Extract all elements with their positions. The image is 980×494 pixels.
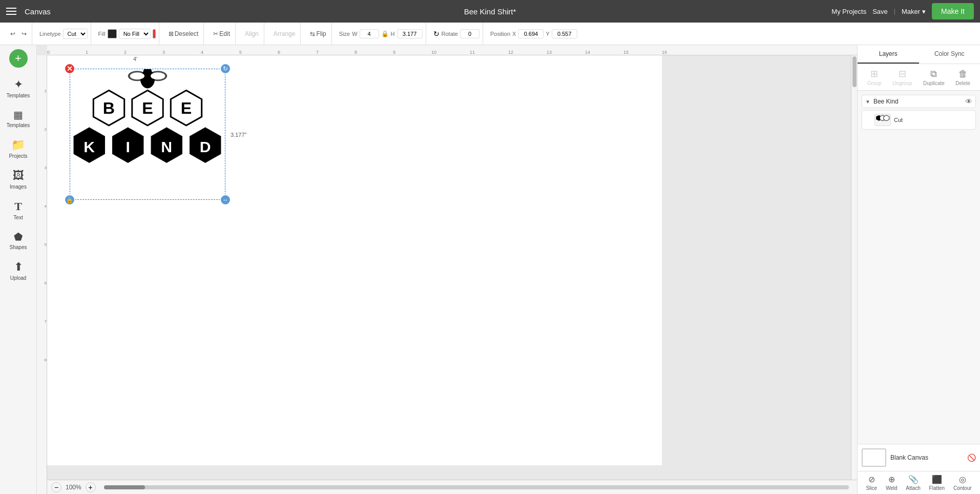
sidebar-item-images[interactable]: 🖼 Images	[2, 165, 35, 194]
ungroup-button[interactable]: ⊟ Ungroup	[892, 68, 912, 86]
duplicate-button[interactable]: ⧉ Duplicate	[923, 69, 945, 86]
svg-text:K: K	[84, 138, 95, 155]
lock-handle-icon: 🔒	[66, 197, 73, 203]
weld-button[interactable]: ⊕ Weld	[886, 475, 898, 491]
projects-icon: 📁	[11, 138, 25, 152]
deselect-group: ⊠ Deselect	[163, 23, 204, 45]
size-h-input[interactable]	[397, 29, 423, 38]
undo-button[interactable]: ↩	[8, 28, 17, 39]
layer-chevron-icon: ▼	[865, 99, 870, 105]
svg-point-18	[130, 72, 144, 79]
delete-button[interactable]: 🗑 Delete	[955, 69, 970, 86]
my-projects-link[interactable]: My Projects	[831, 8, 866, 15]
save-button[interactable]: Save	[872, 8, 888, 15]
group-button[interactable]: ⊞ Group	[867, 68, 882, 86]
handle-close[interactable]: ✕	[64, 63, 75, 74]
flatten-button[interactable]: ⬛ Flatten	[929, 475, 945, 491]
scroll-thumb[interactable]	[104, 485, 145, 489]
rotate-group: ↻ Rotate	[430, 23, 483, 45]
linetype-group: Linetype Cut	[36, 23, 91, 45]
zoom-out-button[interactable]: −	[51, 482, 61, 492]
menu-icon[interactable]	[6, 8, 16, 15]
edit-icon: ✂	[213, 30, 218, 37]
tab-layers[interactable]: Layers	[858, 45, 919, 64]
maker-button[interactable]: Maker ▾	[902, 8, 926, 15]
redo-button[interactable]: ↪	[19, 28, 29, 39]
svg-text:B: B	[103, 99, 115, 117]
new-icon: ✦	[14, 78, 23, 91]
edit-group: ✂ Edit	[208, 23, 236, 45]
layer-visibility-icon[interactable]: 👁	[965, 97, 972, 106]
svg-text:D: D	[200, 138, 211, 155]
add-button[interactable]: +	[9, 49, 28, 68]
sidebar-item-projects[interactable]: 📁 Projects	[2, 134, 35, 163]
canvas-scrollbar-right[interactable]	[851, 55, 857, 480]
line-color-swatch[interactable]	[153, 29, 156, 38]
pos-x-input[interactable]	[518, 29, 544, 38]
pos-x-label: X	[512, 31, 516, 37]
svg-point-19	[151, 72, 165, 79]
edit-button[interactable]: ✂ Edit	[211, 28, 232, 39]
layer-group-header[interactable]: ▼ Bee Kind 👁	[862, 95, 976, 108]
size-w-input[interactable]	[360, 29, 379, 38]
make-it-button[interactable]: Make It	[932, 3, 974, 19]
vertical-scroll-thumb[interactable]	[852, 56, 857, 87]
canvas-surface[interactable]: B E E K I N	[47, 55, 857, 480]
fill-color-swatch[interactable]	[108, 29, 117, 38]
delete-icon: 🗑	[958, 69, 968, 79]
linetype-select[interactable]: Cut	[63, 29, 88, 39]
arrange-button[interactable]: Arrange	[272, 28, 298, 39]
pos-y-input[interactable]	[552, 29, 577, 38]
contour-button[interactable]: ◎ Contour	[953, 475, 972, 491]
size-h-label: H	[391, 31, 395, 37]
width-dimension-label: 4'	[132, 55, 139, 63]
rotate-input[interactable]	[460, 29, 479, 38]
ruler-left: 1 2 3 4 5 6 7 8	[37, 55, 47, 494]
flip-group: ⇆ Flip	[305, 23, 331, 45]
deselect-button[interactable]: ⊠ Deselect	[166, 28, 201, 39]
shapes-icon: ⬟	[14, 231, 23, 243]
handle-rotate[interactable]: ↻	[220, 63, 231, 74]
new-item[interactable]: ✦ Templates	[2, 74, 35, 102]
templates-icon: ▦	[13, 109, 23, 121]
left-sidebar: + ✦ Templates ▦ Templates 📁 Projects 🖼 I…	[0, 45, 37, 494]
scroll-track[interactable]	[104, 485, 849, 489]
ruler-top: 0 1 2 3 4 5 6 7 8 9 10 11 12 13 14 15 16	[47, 45, 857, 55]
align-button[interactable]: Align	[243, 28, 261, 39]
canvas-scrollbar-bottom: − 100% +	[47, 480, 857, 494]
fill-select[interactable]: No Fill	[119, 29, 151, 39]
flatten-icon: ⬛	[932, 475, 942, 484]
duplicate-icon: ⧉	[930, 69, 937, 79]
attach-button[interactable]: 📎 Attach	[906, 475, 920, 491]
main-area: + ✦ Templates ▦ Templates 📁 Projects 🖼 I…	[0, 45, 980, 494]
blank-canvas-visibility-icon[interactable]: 🚫	[967, 454, 976, 462]
arrange-group: Arrange	[268, 23, 301, 45]
height-dimension-label: 3.177"	[229, 131, 248, 138]
size-label: Size	[339, 31, 350, 37]
sidebar-item-templates[interactable]: ▦ Templates	[2, 105, 35, 132]
undo-redo-group: ↩ ↪	[5, 23, 32, 45]
weld-icon: ⊕	[888, 475, 895, 484]
sidebar-item-upload[interactable]: ⬆ Upload	[2, 256, 35, 285]
flip-button[interactable]: ⇆ Flip	[308, 28, 328, 39]
zoom-in-button[interactable]: +	[86, 482, 96, 492]
canvas-area[interactable]: 0 1 2 3 4 5 6 7 8 9 10 11 12 13 14 15 16…	[37, 45, 857, 494]
flip-icon: ⇆	[310, 30, 315, 37]
svg-text:E: E	[142, 99, 153, 117]
sidebar-item-shapes[interactable]: ⬟ Shapes	[2, 227, 35, 254]
slice-button[interactable]: ⊘ Slice	[866, 475, 877, 491]
handle-bottom-left[interactable]: 🔒	[64, 194, 75, 205]
chevron-down-icon: ▾	[922, 8, 926, 15]
text-icon: T	[14, 200, 22, 213]
rotate-label: Rotate	[442, 31, 458, 37]
layer-child-cut[interactable]: Cut	[862, 110, 976, 130]
panel-toolbar: ⊞ Group ⊟ Ungroup ⧉ Duplicate 🗑 Delete	[858, 64, 980, 91]
handle-bottom-right[interactable]: ↔	[220, 194, 231, 205]
panel-tabs: Layers Color Sync	[858, 45, 980, 64]
lock-icon[interactable]: 🔒	[381, 30, 389, 37]
tab-color-sync[interactable]: Color Sync	[919, 45, 981, 64]
design-element[interactable]: B E E K I N	[70, 69, 225, 200]
sidebar-item-text[interactable]: T Text	[2, 196, 35, 224]
attach-icon: 📎	[908, 475, 919, 484]
blank-canvas-row: Blank Canvas 🚫	[858, 444, 980, 471]
